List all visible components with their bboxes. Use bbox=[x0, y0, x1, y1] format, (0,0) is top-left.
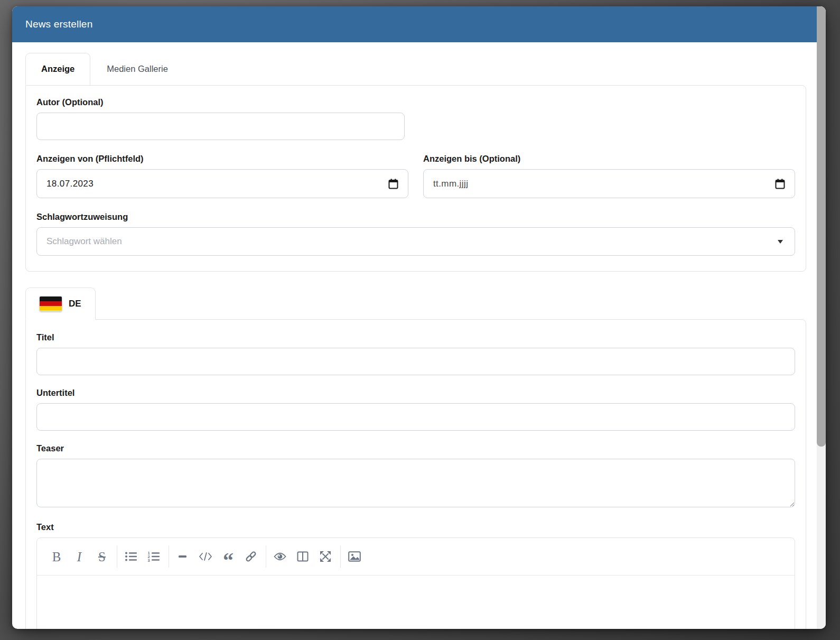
text-label: Text bbox=[36, 522, 795, 532]
teaser-field-group: Teaser bbox=[36, 443, 795, 509]
editor-toolbar: B I S bbox=[37, 538, 795, 575]
tab-anzeige-label: Anzeige bbox=[41, 64, 74, 74]
scrollbar-track[interactable] bbox=[817, 6, 826, 629]
author-label: Autor (Optional) bbox=[36, 97, 405, 107]
modal-body: Anzeige Medien Gallerie Autor (Optional)… bbox=[12, 42, 817, 629]
subtitle-field-group: Untertitel bbox=[36, 388, 795, 431]
keyword-label: Schlagwortzuweisung bbox=[36, 212, 795, 222]
modal-main-column: News erstellen Anzeige Medien Gallerie A… bbox=[12, 6, 817, 629]
ordered-list-icon[interactable]: 1 2 3 bbox=[146, 548, 162, 565]
code-icon[interactable] bbox=[198, 548, 213, 565]
toolbar-divider bbox=[340, 545, 341, 568]
date-row: Anzeigen von (Pflichtfeld) An bbox=[36, 154, 795, 198]
calendar-icon[interactable] bbox=[774, 179, 785, 189]
editor-text-area[interactable] bbox=[37, 575, 795, 629]
image-icon[interactable] bbox=[347, 548, 362, 565]
title-field-group: Titel bbox=[36, 332, 795, 375]
bold-icon[interactable]: B bbox=[49, 548, 64, 565]
scrollbar-thumb[interactable] bbox=[817, 6, 826, 447]
richtext-editor: B I S bbox=[36, 537, 795, 629]
quote-icon[interactable]: “ bbox=[220, 548, 236, 565]
subtitle-label: Untertitel bbox=[36, 388, 795, 398]
unordered-list-icon[interactable] bbox=[123, 548, 139, 565]
show-until-label: Anzeigen bis (Optional) bbox=[423, 154, 795, 164]
top-tab-bar: Anzeige Medien Gallerie bbox=[25, 53, 806, 85]
tab-medien-gallerie-label: Medien Gallerie bbox=[107, 64, 168, 74]
svg-text:3: 3 bbox=[148, 558, 150, 562]
news-create-modal: News erstellen Anzeige Medien Gallerie A… bbox=[12, 6, 826, 629]
show-from-date-input[interactable] bbox=[36, 169, 408, 198]
news-content-card: Titel Untertitel Teaser Text bbox=[25, 319, 806, 629]
title-label: Titel bbox=[36, 332, 795, 342]
text-field-group: Text B I S bbox=[36, 522, 795, 629]
author-field-group: Autor (Optional) bbox=[36, 97, 405, 140]
toolbar-divider bbox=[117, 545, 117, 568]
author-input[interactable] bbox=[36, 113, 405, 140]
modal-header: News erstellen bbox=[12, 6, 817, 42]
side-by-side-icon[interactable] bbox=[295, 548, 311, 565]
toolbar-divider bbox=[266, 545, 266, 568]
toolbar-divider bbox=[169, 545, 169, 568]
tab-language-de[interactable]: DE bbox=[25, 287, 96, 320]
tab-anzeige[interactable]: Anzeige bbox=[25, 53, 90, 85]
show-until-date-input[interactable] bbox=[423, 169, 795, 198]
link-icon[interactable] bbox=[243, 548, 259, 565]
strikethrough-icon[interactable]: S bbox=[94, 548, 110, 565]
language-tab-bar: DE bbox=[25, 287, 806, 319]
german-flag-icon bbox=[40, 296, 62, 311]
show-from-label: Anzeigen von (Pflichtfeld) bbox=[36, 154, 408, 164]
keyword-select-placeholder: Schlagwort wählen bbox=[46, 236, 122, 247]
keyword-field-group: Schlagwortzuweisung Schlagwort wählen bbox=[36, 212, 795, 256]
title-input[interactable] bbox=[36, 348, 795, 375]
teaser-textarea[interactable] bbox=[36, 459, 795, 507]
tab-language-de-label: DE bbox=[69, 299, 81, 309]
preview-eye-icon[interactable] bbox=[272, 548, 288, 565]
fullscreen-icon[interactable] bbox=[318, 548, 333, 565]
anzeige-settings-card: Autor (Optional) Anzeigen von (Pflichtfe… bbox=[25, 85, 806, 272]
chevron-down-icon bbox=[778, 240, 783, 244]
show-from-field-group: Anzeigen von (Pflichtfeld) bbox=[36, 154, 408, 198]
subtitle-input[interactable] bbox=[36, 403, 795, 431]
tab-medien-gallerie[interactable]: Medien Gallerie bbox=[90, 53, 184, 85]
horizontal-rule-icon[interactable] bbox=[175, 548, 191, 565]
keyword-select[interactable]: Schlagwort wählen bbox=[36, 227, 795, 256]
modal-title: News erstellen bbox=[25, 18, 92, 30]
italic-icon[interactable]: I bbox=[71, 548, 87, 565]
keyword-select-wrap: Schlagwort wählen bbox=[36, 227, 795, 256]
show-until-field-group: Anzeigen bis (Optional) bbox=[423, 154, 795, 198]
teaser-label: Teaser bbox=[36, 443, 795, 453]
calendar-icon[interactable] bbox=[388, 179, 398, 189]
